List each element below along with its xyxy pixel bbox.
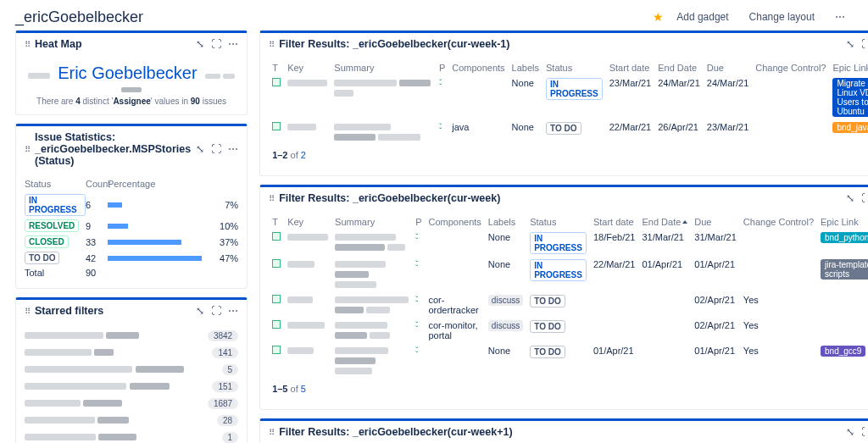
more-icon[interactable]: ⋯ [228, 143, 238, 155]
issue-summary[interactable] [331, 257, 412, 292]
col-t[interactable]: T [269, 60, 284, 75]
status-badge[interactable]: RESOLVED [25, 219, 79, 232]
issue-key[interactable] [284, 292, 331, 318]
table-row[interactable]: ˇ None TO DO 01/Apr/21 01/Apr/21 Yes bnd… [269, 343, 868, 379]
drag-handle-icon[interactable]: ⠿ [25, 145, 30, 154]
issue-key[interactable] [284, 343, 331, 379]
col-epic[interactable]: Epic Link [829, 60, 868, 75]
heatmap-name[interactable]: Eric Goebelbecker [58, 64, 198, 83]
starred-filter-row[interactable]: 1687 [25, 395, 238, 412]
epic-link[interactable]: bnd_python3.8 [821, 232, 868, 243]
epic-link[interactable]: jira-template-scripts [821, 259, 868, 280]
minimize-icon[interactable]: ⤡ [846, 38, 854, 50]
col-epic[interactable]: Epic Link [817, 214, 868, 230]
drag-handle-icon[interactable]: ⠿ [269, 428, 274, 437]
col-start[interactable]: Start date [590, 214, 639, 230]
minimize-icon[interactable]: ⤡ [846, 192, 854, 204]
status-badge[interactable]: TO DO [25, 252, 59, 264]
col-due[interactable]: Due [704, 60, 753, 75]
issue-summary[interactable] [331, 230, 412, 257]
add-gadget-button[interactable]: Add gadget [669, 7, 736, 27]
maximize-icon[interactable]: ⛶ [861, 192, 868, 204]
starred-filter-row[interactable]: 5 [25, 361, 238, 378]
col-p[interactable]: P [412, 214, 425, 230]
table-row[interactable]: ˇ None IN PROGRESS 18/Feb/21 31/Mar/21 3… [269, 230, 868, 257]
col-summary[interactable]: Summary [331, 60, 436, 75]
issue-summary[interactable] [331, 318, 412, 343]
col-summary[interactable]: Summary [331, 214, 412, 230]
status-badge[interactable]: TO DO [530, 295, 565, 307]
epic-link[interactable]: bnd_java16 [832, 122, 868, 133]
starred-filter-row[interactable]: 1 [25, 429, 238, 443]
components: java [448, 119, 508, 145]
table-row[interactable]: ˇ None IN PROGRESS 23/Mar/21 24/Mar/21 2… [269, 75, 868, 119]
col-status[interactable]: Status [542, 60, 606, 75]
status-badge[interactable]: IN PROGRESS [25, 194, 86, 216]
minimize-icon[interactable]: ⤡ [846, 426, 854, 438]
status-badge[interactable]: TO DO [530, 346, 565, 358]
col-labels[interactable]: Labels [485, 214, 526, 230]
more-button[interactable]: ⋯ [827, 7, 853, 27]
issue-summary[interactable] [331, 343, 412, 379]
start-date: 22/Mar/21 [590, 257, 639, 292]
epic-link[interactable]: bnd_gcc9 [821, 346, 865, 357]
status-badge[interactable]: CLOSED [25, 235, 69, 248]
col-cc[interactable]: Change Control? [740, 214, 817, 230]
col-components[interactable]: Components [425, 214, 484, 230]
maximize-icon[interactable]: ⛶ [861, 38, 868, 50]
col-cc[interactable]: Change Control? [752, 60, 829, 75]
col-start[interactable]: Start date [606, 60, 655, 75]
maximize-icon[interactable]: ⛶ [861, 426, 868, 438]
maximize-icon[interactable]: ⛶ [211, 38, 221, 50]
col-end[interactable]: End Date [654, 60, 704, 75]
status-badge[interactable]: IN PROGRESS [530, 259, 587, 281]
starred-filter-row[interactable]: 3842 [25, 327, 238, 344]
drag-handle-icon[interactable]: ⠿ [25, 40, 30, 49]
issue-key[interactable] [284, 318, 331, 343]
col-end[interactable]: End Date [638, 214, 691, 230]
col-labels[interactable]: Labels [509, 60, 542, 75]
minimize-icon[interactable]: ⤡ [196, 143, 204, 155]
table-row[interactable]: ˇ cor-monitor, portal discuss TO DO 02/A… [269, 318, 868, 343]
starred-filter-row[interactable]: 141 [25, 344, 238, 361]
maximize-icon[interactable]: ⛶ [211, 143, 221, 155]
issue-summary[interactable] [331, 292, 412, 318]
issue-key[interactable] [284, 230, 331, 257]
issue-key[interactable] [284, 75, 331, 119]
col-key[interactable]: Key [284, 60, 331, 75]
drag-handle-icon[interactable]: ⠿ [269, 194, 274, 203]
more-icon[interactable]: ⋯ [228, 38, 238, 50]
label-tag[interactable]: discuss [488, 295, 523, 306]
issue-key[interactable] [284, 119, 331, 145]
minimize-icon[interactable]: ⤡ [196, 38, 204, 50]
starred-filter-row[interactable]: 28 [25, 412, 238, 429]
issue-summary[interactable] [331, 75, 436, 119]
col-status[interactable]: Status [526, 214, 590, 230]
col-key[interactable]: Key [284, 214, 331, 230]
change-layout-button[interactable]: Change layout [742, 7, 822, 27]
issue-key[interactable] [284, 257, 331, 292]
col-components[interactable]: Components [448, 60, 508, 75]
issue-summary[interactable] [331, 119, 436, 145]
more-icon[interactable]: ⋯ [228, 305, 238, 317]
table-row[interactable]: ˇ cor-ordertracker discuss TO DO 02/Apr/… [269, 292, 868, 318]
starred-filter-row[interactable]: 151 [25, 378, 238, 395]
col-due[interactable]: Due [691, 214, 740, 230]
table-row[interactable]: ˇ None IN PROGRESS 22/Mar/21 01/Apr/21 0… [269, 257, 868, 292]
maximize-icon[interactable]: ⛶ [211, 305, 221, 317]
col-t[interactable]: T [269, 214, 284, 230]
pager-total[interactable]: 2 [301, 150, 306, 160]
star-icon[interactable]: ★ [653, 10, 664, 24]
status-badge[interactable]: TO DO [530, 320, 565, 333]
status-badge[interactable]: IN PROGRESS [546, 78, 603, 100]
drag-handle-icon[interactable]: ⠿ [25, 307, 30, 316]
pager-total[interactable]: 5 [301, 384, 306, 394]
status-badge[interactable]: TO DO [546, 122, 581, 135]
col-p[interactable]: P [436, 60, 448, 75]
minimize-icon[interactable]: ⤡ [196, 305, 204, 317]
status-badge[interactable]: IN PROGRESS [530, 232, 587, 254]
label-tag[interactable]: discuss [488, 320, 523, 331]
table-row[interactable]: ˇ java None TO DO 22/Mar/21 26/Apr/21 23… [269, 119, 868, 145]
drag-handle-icon[interactable]: ⠿ [269, 40, 274, 49]
epic-link[interactable]: Migrate Linux VDI Users to Ubuntu [832, 78, 868, 117]
